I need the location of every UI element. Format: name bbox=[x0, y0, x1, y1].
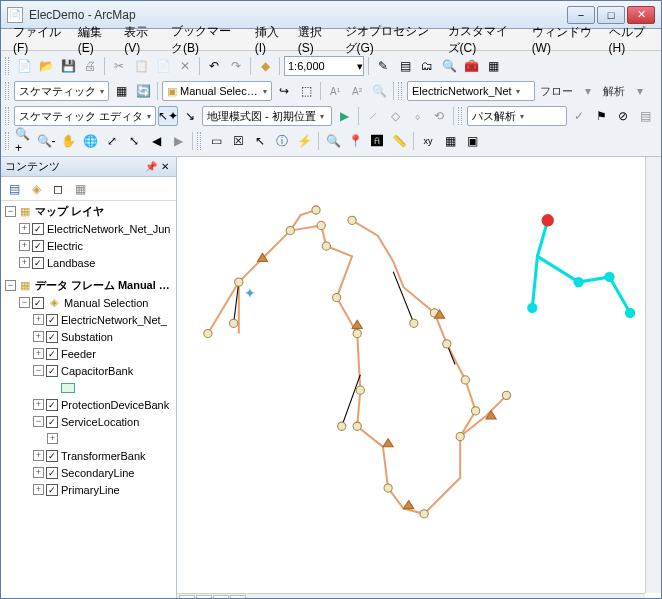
menu-window[interactable]: ウィンドウ(W) bbox=[524, 22, 601, 57]
cut-button[interactable]: ✂ bbox=[109, 56, 129, 76]
paste-button[interactable]: 📄 bbox=[153, 56, 173, 76]
tree-node[interactable]: +Substation bbox=[3, 328, 174, 345]
align-right-icon[interactable]: ⬨ bbox=[407, 106, 427, 126]
tree-node[interactable]: +ElectricNetwork_Net_Jun bbox=[3, 220, 174, 237]
identify-net-button[interactable]: 🔍 bbox=[369, 81, 389, 101]
list-by-drawing-icon[interactable]: ▤ bbox=[5, 180, 23, 198]
toolbar-grip[interactable] bbox=[5, 57, 9, 75]
layout-algorithm-combo[interactable]: 地理模式図 - 初期位置▾ bbox=[202, 106, 332, 126]
fixed-zoom-out-button[interactable]: ⤡ bbox=[124, 131, 144, 151]
layer-checkbox[interactable] bbox=[32, 223, 44, 235]
find-route-button[interactable]: 📍 bbox=[345, 131, 365, 151]
expand-button[interactable]: + bbox=[33, 450, 44, 461]
diagram-combo[interactable]: ▣ Manual Selection▾ bbox=[162, 81, 272, 101]
layer-checkbox[interactable] bbox=[32, 297, 44, 309]
vertical-scrollbar[interactable] bbox=[645, 157, 661, 593]
expand-button[interactable]: + bbox=[33, 467, 44, 478]
refresh-view-button[interactable]: ⟳ bbox=[213, 595, 229, 600]
layer-checkbox[interactable] bbox=[46, 331, 58, 343]
apply-layout-button[interactable]: ▶ bbox=[334, 106, 354, 126]
expand-button[interactable]: − bbox=[33, 416, 44, 427]
menu-select[interactable]: 選択(S) bbox=[290, 22, 337, 57]
expand-button[interactable]: + bbox=[33, 348, 44, 359]
maximize-button[interactable]: □ bbox=[597, 6, 625, 24]
flow-dropdown-icon[interactable]: ▾ bbox=[578, 81, 598, 101]
toolbar-grip[interactable] bbox=[5, 82, 9, 100]
tree-node[interactable]: +ElectricNetwork_Net_ bbox=[3, 311, 174, 328]
edit-move-button[interactable]: ↖✦ bbox=[158, 106, 178, 126]
layer-checkbox[interactable] bbox=[46, 416, 58, 428]
expand-button[interactable]: − bbox=[5, 206, 16, 217]
expand-button[interactable]: − bbox=[33, 365, 44, 376]
expand-button[interactable]: + bbox=[19, 240, 30, 251]
redo-button[interactable]: ↷ bbox=[226, 56, 246, 76]
menu-insert[interactable]: 挿入(I) bbox=[247, 22, 290, 57]
select-elements-button[interactable]: ↖ bbox=[250, 131, 270, 151]
toolbar-grip[interactable] bbox=[5, 107, 9, 125]
menu-bookmark[interactable]: ブックマーク(B) bbox=[163, 21, 247, 59]
fixed-zoom-in-button[interactable]: ⤢ bbox=[102, 131, 122, 151]
minimize-button[interactable]: − bbox=[567, 6, 595, 24]
toolbar-grip[interactable] bbox=[5, 132, 9, 150]
add-data-button[interactable]: ◆ bbox=[255, 56, 275, 76]
full-extent-button[interactable]: 🌐 bbox=[80, 131, 100, 151]
expand-button[interactable]: + bbox=[33, 331, 44, 342]
solve-button[interactable]: ✓ bbox=[569, 106, 589, 126]
menu-view[interactable]: 表示(V) bbox=[116, 22, 163, 57]
results-button[interactable]: ▤ bbox=[635, 106, 655, 126]
pause-draw-button[interactable]: ‖ bbox=[230, 595, 246, 600]
schematic-dropdown[interactable]: スケマティック▾ bbox=[14, 81, 109, 101]
tree-node[interactable]: +TransformerBank bbox=[3, 447, 174, 464]
delete-button[interactable]: ✕ bbox=[175, 56, 195, 76]
zoom-out-button[interactable]: 🔍- bbox=[36, 131, 56, 151]
tree-node[interactable]: −CapacitorBank bbox=[3, 362, 174, 379]
open-button[interactable]: 📂 bbox=[36, 56, 56, 76]
go-to-xy-button[interactable]: 🅰 bbox=[367, 131, 387, 151]
menu-file[interactable]: ファイル(F) bbox=[5, 22, 70, 57]
toc-close-icon[interactable]: ✕ bbox=[158, 160, 172, 174]
undo-button[interactable]: ↶ bbox=[204, 56, 224, 76]
select-features-button[interactable]: ▭ bbox=[206, 131, 226, 151]
menu-help[interactable]: ヘルプ(H) bbox=[601, 22, 657, 57]
zoom-in-button[interactable]: 🔍+ bbox=[14, 131, 34, 151]
data-view-tab[interactable]: ▢ bbox=[179, 595, 195, 600]
close-button[interactable]: ✕ bbox=[627, 6, 655, 24]
menu-customize[interactable]: カスタマイズ(C) bbox=[440, 21, 524, 59]
tree-node[interactable]: +Electric bbox=[3, 237, 174, 254]
toc-tree[interactable]: −▦マップ レイヤ+ElectricNetwork_Net_Jun+Electr… bbox=[1, 201, 176, 599]
edit-select-button[interactable]: ↘ bbox=[180, 106, 200, 126]
viewer-button[interactable]: ▦ bbox=[440, 131, 460, 151]
expand-button[interactable]: + bbox=[47, 433, 58, 444]
tree-node[interactable]: −▦データ フレーム Manual Sel bbox=[3, 277, 174, 294]
propagate-schematic-button[interactable]: ⬚ bbox=[296, 81, 316, 101]
layer-checkbox[interactable] bbox=[46, 399, 58, 411]
layer-checkbox[interactable] bbox=[46, 365, 58, 377]
tree-node[interactable]: −ServiceLocation bbox=[3, 413, 174, 430]
flag-button[interactable]: ⚑ bbox=[591, 106, 611, 126]
tree-node[interactable]: +Landbase bbox=[3, 254, 174, 271]
schematic-gen-button[interactable]: ▦ bbox=[111, 81, 131, 101]
clear-selection-button[interactable]: ☒ bbox=[228, 131, 248, 151]
layout-view-tab[interactable]: ▣ bbox=[196, 595, 212, 600]
barrier-button[interactable]: ⊘ bbox=[613, 106, 633, 126]
schematic-update-button[interactable]: 🔄 bbox=[133, 81, 153, 101]
create-viewer-button[interactable]: ▣ bbox=[462, 131, 482, 151]
layer-checkbox[interactable] bbox=[46, 348, 58, 360]
pin-icon[interactable]: 📌 bbox=[144, 160, 158, 174]
layer-checkbox[interactable] bbox=[46, 467, 58, 479]
map-canvas[interactable]: ✦ bbox=[177, 157, 661, 599]
expand-button[interactable]: + bbox=[33, 484, 44, 495]
layer-checkbox[interactable] bbox=[46, 484, 58, 496]
expand-button[interactable]: − bbox=[19, 297, 30, 308]
pan-button[interactable]: ✋ bbox=[58, 131, 78, 151]
layer-checkbox[interactable] bbox=[46, 314, 58, 326]
find-button[interactable]: 🔍 bbox=[323, 131, 343, 151]
list-by-visibility-icon[interactable]: ◻ bbox=[49, 180, 67, 198]
next-extent-button[interactable]: ▶ bbox=[168, 131, 188, 151]
expand-button[interactable]: + bbox=[33, 314, 44, 325]
print-button[interactable]: 🖨 bbox=[80, 56, 100, 76]
align-center-icon[interactable]: ◇ bbox=[385, 106, 405, 126]
scale-input[interactable] bbox=[285, 60, 357, 72]
layer-checkbox[interactable] bbox=[32, 257, 44, 269]
analysis-dropdown-icon[interactable]: ▾ bbox=[630, 81, 650, 101]
